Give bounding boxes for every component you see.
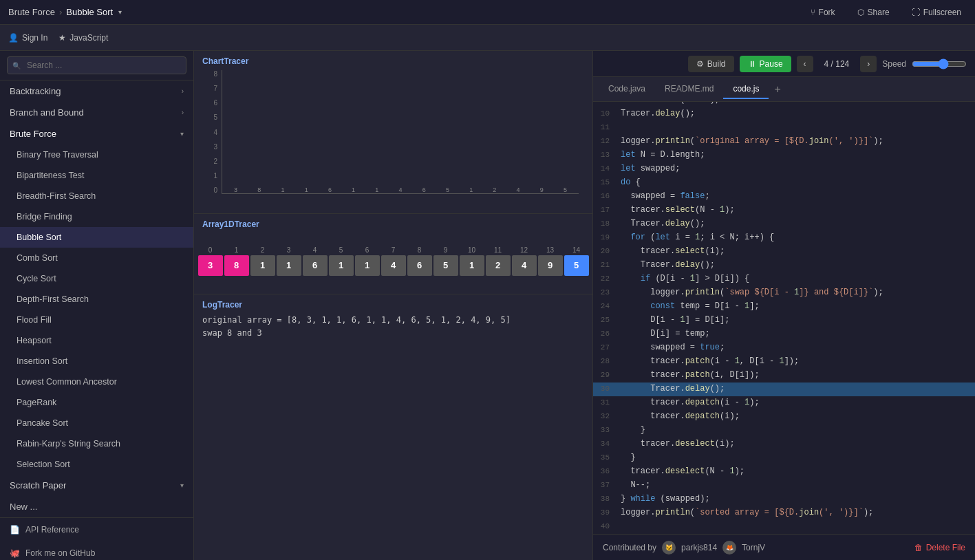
search-input[interactable] <box>7 56 186 74</box>
line-content-39: logger.println(`sorted array = [${D.join… <box>615 506 975 520</box>
sidebar-item-bridge[interactable]: Bridge Finding <box>0 206 193 227</box>
sidebar-item-cycle-sort[interactable]: Cycle Sort <box>0 268 193 289</box>
log-line-0: original array = [8, 3, 1, 1, 6, 1, 1, 4… <box>202 314 584 327</box>
array-index-4: 4 <box>303 246 328 254</box>
share-label: Share <box>868 8 890 17</box>
api-reference-link[interactable]: 📄 API Reference <box>0 518 193 541</box>
signin-button[interactable]: 👤 Sign In <box>8 33 47 43</box>
chart-area: 0 1 2 3 4 5 6 7 8 381161146512495 <box>202 70 584 208</box>
chevron-down-icon: ▾ <box>180 130 184 138</box>
bar-label-5: 1 <box>352 186 355 193</box>
code-line-29: 29 tracer.patch(i, D[i]); <box>593 369 975 383</box>
sidebar-item-dfs[interactable]: Depth-First Search <box>0 289 193 310</box>
array-cell-6: 1 <box>355 255 380 276</box>
line-number-10: 10 <box>593 107 615 121</box>
line-content-25: D[i - 1] = D[i]; <box>615 314 975 327</box>
share-icon: ⬡ <box>857 8 864 17</box>
code-line-15: 15do { <box>593 176 975 190</box>
sidebar-item-lca[interactable]: Lowest Common Ancestor <box>0 371 193 392</box>
code-area[interactable]: 1const { Tracer, Array1DTracer, ChartTra… <box>593 102 975 534</box>
sidebar-item-brute-force[interactable]: Brute Force ▾ <box>0 123 193 144</box>
code-line-14: 14let swapped; <box>593 162 975 176</box>
sidebar-item-pagerank[interactable]: PageRank <box>0 392 193 413</box>
tab-code-js[interactable]: code.js <box>723 80 769 99</box>
code-line-17: 17 tracer.select(N - 1); <box>593 204 975 217</box>
chart-bar-3: 1 <box>296 185 317 193</box>
line-content-30: Tracer.delay(); <box>615 383 975 396</box>
language-label: JavaScript <box>69 33 108 43</box>
contributors-section: Contributed by 🐱 parkjs814 🦊 TornjV <box>603 541 765 554</box>
line-content-20: tracer.select(i); <box>615 245 975 259</box>
line-number-39: 39 <box>593 506 615 520</box>
chart-tracer-title: ChartTracer <box>202 56 584 66</box>
tab-readme[interactable]: README.md <box>655 80 723 99</box>
delete-file-button[interactable]: 🗑 Delete File <box>914 543 965 552</box>
sidebar-item-bipartiteness[interactable]: Bipartiteness Test <box>0 165 193 186</box>
sidebar-item-pancake[interactable]: Pancake Sort <box>0 413 193 433</box>
chart-bar-0: 3 <box>225 185 246 193</box>
line-number-22: 22 <box>593 272 615 286</box>
sidebar-item-insertion-sort[interactable]: Insertion Sort <box>0 351 193 371</box>
contributed-by-label: Contributed by <box>603 543 656 552</box>
array-cell-9: 5 <box>433 255 458 276</box>
speed-slider[interactable] <box>912 58 967 69</box>
sidebar-item-comb-sort[interactable]: Comb Sort <box>0 248 193 268</box>
bar-label-10: 1 <box>469 186 473 193</box>
sidebar-item-backtracking[interactable]: Backtracking › <box>0 80 193 102</box>
code-line-25: 25 D[i - 1] = D[i]; <box>593 314 975 327</box>
array-cell-1: 8 <box>224 255 249 276</box>
bar-label-8: 6 <box>422 186 426 193</box>
add-tab-button[interactable]: + <box>769 80 786 98</box>
line-content-12: logger.println(`original array = [${D.jo… <box>615 135 975 149</box>
share-button[interactable]: ⬡ Share <box>852 6 895 19</box>
sidebar-item-bfs[interactable]: Breadth-First Search <box>0 186 193 206</box>
code-tabs: Code.java README.md code.js + <box>593 77 975 102</box>
line-content-17: tracer.select(N - 1); <box>615 204 975 217</box>
chart-bars: 381161146512495 <box>222 70 579 194</box>
next-button[interactable]: › <box>860 56 877 72</box>
fork-button[interactable]: ⑂ Fork <box>805 6 841 19</box>
line-number-17: 17 <box>593 204 615 217</box>
playback-bar: ⚙ Build ⏸ Pause ‹ 4 / 124 › Speed <box>593 51 975 77</box>
language-button[interactable]: ★ JavaScript <box>58 33 108 43</box>
chart-bar-8: 6 <box>414 185 435 193</box>
sidebar-item-flood-fill[interactable]: Flood Fill <box>0 310 193 330</box>
dropdown-arrow-icon[interactable]: ▾ <box>118 8 122 16</box>
sidebar-item-bubble-sort[interactable]: Bubble Sort <box>0 227 193 248</box>
breadcrumb-parent[interactable]: Brute Force <box>8 7 55 17</box>
line-number-37: 37 <box>593 479 615 493</box>
line-content-14: let swapped; <box>615 162 975 176</box>
sidebar-item-selection-sort[interactable]: Selection Sort <box>0 454 193 475</box>
prev-button[interactable]: ‹ <box>797 56 813 72</box>
line-number-27: 27 <box>593 341 615 355</box>
line-number-31: 31 <box>593 396 615 410</box>
line-content-40 <box>615 520 975 534</box>
array-cell-3: 1 <box>277 255 301 276</box>
code-line-20: 20 tracer.select(i); <box>593 245 975 259</box>
array-cell-11: 2 <box>486 255 511 276</box>
sidebar-item-heapsort[interactable]: Heapsort <box>0 330 193 351</box>
pause-button[interactable]: ⏸ Pause <box>740 56 791 72</box>
github-link[interactable]: 🐙 Fork me on GitHub <box>0 541 193 560</box>
bar-label-11: 2 <box>493 186 496 193</box>
array-cell-12: 4 <box>512 255 537 276</box>
chart-bar-5: 1 <box>343 185 364 193</box>
line-number-11: 11 <box>593 121 615 135</box>
fork-icon: ⑂ <box>811 8 815 17</box>
sidebar-item-branch-bound[interactable]: Branch and Bound › <box>0 102 193 123</box>
sidebar-item-binary-tree[interactable]: Binary Tree Traversal <box>0 144 193 165</box>
code-line-40: 40 <box>593 520 975 534</box>
line-content-11 <box>615 121 975 135</box>
fullscreen-button[interactable]: ⛶ Fullscreen <box>906 6 967 19</box>
github-label: Fork me on GitHub <box>25 548 95 558</box>
sidebar-item-scratch-paper[interactable]: Scratch Paper ▾ <box>0 475 193 496</box>
sidebar-item-new[interactable]: New ... <box>0 496 193 517</box>
chevron-right-icon-2: › <box>182 109 184 116</box>
bar-label-1: 8 <box>257 186 261 193</box>
tab-code-java[interactable]: Code.java <box>599 80 655 99</box>
bubble-sort-label: Bubble Sort <box>17 233 61 242</box>
sidebar: Backtracking › Branch and Bound › Brute … <box>0 51 194 560</box>
sidebar-item-rabin-karp[interactable]: Rabin-Karp's String Search <box>0 433 193 454</box>
nav-left: Brute Force › Bubble Sort ▾ <box>8 7 805 17</box>
build-button[interactable]: ⚙ Build <box>688 56 734 72</box>
